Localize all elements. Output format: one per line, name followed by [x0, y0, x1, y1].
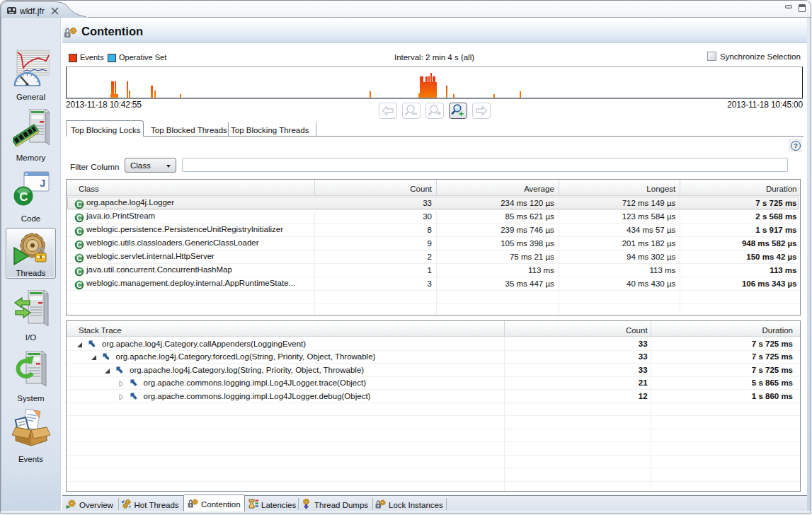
- svg-text:C: C: [76, 241, 82, 249]
- svg-text:C: C: [76, 267, 82, 276]
- svg-text:J: J: [40, 177, 45, 189]
- svg-text:C: C: [76, 281, 82, 289]
- svg-text:C: C: [76, 200, 82, 209]
- svg-text:C: C: [76, 214, 82, 222]
- svg-text:C: C: [19, 190, 28, 204]
- svg-text:C: C: [76, 254, 82, 262]
- svg-text:C: C: [76, 227, 82, 236]
